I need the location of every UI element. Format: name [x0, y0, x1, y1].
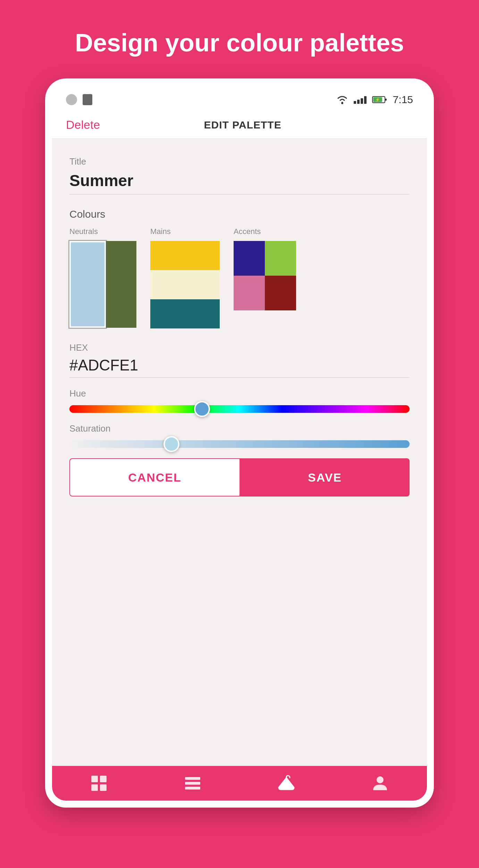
status-right: ⚡ 7:15	[336, 94, 413, 106]
accents-label: Accents	[234, 227, 296, 236]
sd-card-icon	[83, 94, 92, 105]
hue-label: Hue	[69, 388, 410, 399]
swatch-dark-red[interactable]	[265, 276, 296, 310]
cancel-button[interactable]: CANCEL	[69, 458, 240, 496]
svg-rect-2	[385, 99, 387, 101]
mains-group: Mains	[150, 227, 220, 328]
hue-slider-section: Hue	[69, 388, 410, 413]
page-title: Design your colour palettes	[61, 28, 418, 58]
saturation-track[interactable]	[69, 440, 410, 448]
neutrals-label: Neutrals	[69, 227, 136, 236]
hue-track[interactable]	[69, 405, 410, 413]
svg-rect-5	[91, 776, 98, 782]
delete-button[interactable]: Delete	[66, 118, 100, 132]
nav-hanger[interactable]	[277, 774, 295, 792]
nav-grid[interactable]	[90, 774, 108, 792]
svg-text:⚡: ⚡	[375, 97, 380, 102]
title-divider	[69, 194, 410, 194]
profile-icon	[371, 774, 389, 792]
svg-rect-9	[185, 777, 200, 780]
title-label: Title	[69, 156, 410, 167]
svg-point-12	[377, 776, 384, 783]
swatch-olive[interactable]	[106, 241, 136, 328]
swatch-yellow[interactable]	[150, 241, 220, 270]
svg-rect-7	[91, 784, 98, 791]
battery-icon: ⚡	[372, 95, 387, 104]
hex-value: #ADCFE1	[69, 357, 410, 374]
colour-groups: Neutrals Mains Accents	[69, 227, 410, 328]
main-content: Title Summer Colours Neutrals Mains	[52, 139, 427, 766]
swatch-indigo[interactable]	[234, 241, 265, 276]
swatch-lime[interactable]	[265, 241, 296, 276]
swatch-light-blue[interactable]	[69, 241, 106, 328]
nav-palette[interactable]	[184, 774, 202, 792]
saturation-thumb[interactable]	[163, 436, 179, 452]
notification-dot	[66, 94, 77, 105]
hue-thumb[interactable]	[194, 401, 210, 417]
status-bar: ⚡ 7:15	[52, 85, 427, 111]
svg-rect-6	[100, 776, 107, 782]
phone-frame: ⚡ 7:15 Delete EDIT PALETTE Title Summer …	[45, 78, 434, 808]
svg-rect-8	[100, 784, 107, 791]
hanger-icon	[277, 774, 295, 792]
hex-section: HEX #ADCFE1	[69, 342, 410, 378]
neutrals-swatches	[69, 241, 136, 328]
save-button[interactable]: SAVE	[240, 458, 410, 496]
hex-label: HEX	[69, 342, 410, 353]
bottom-nav	[52, 766, 427, 801]
action-buttons: CANCEL SAVE	[69, 458, 410, 496]
status-left	[66, 94, 92, 105]
mains-label: Mains	[150, 227, 220, 236]
grid-icon	[90, 774, 108, 792]
wifi-icon	[336, 95, 348, 105]
palette-icon	[184, 774, 202, 792]
swatch-pink[interactable]	[234, 276, 265, 310]
mains-swatches	[150, 241, 220, 328]
saturation-slider-section: Saturation	[69, 423, 410, 448]
saturation-label: Saturation	[69, 423, 410, 434]
svg-rect-10	[185, 782, 200, 785]
accents-group: Accents	[234, 227, 296, 328]
signal-icon	[354, 95, 367, 104]
svg-rect-11	[185, 787, 200, 790]
top-nav: Delete EDIT PALETTE	[52, 111, 427, 139]
nav-title: EDIT PALETTE	[100, 119, 385, 131]
colours-label: Colours	[69, 208, 410, 220]
swatch-teal[interactable]	[150, 299, 220, 328]
status-time: 7:15	[393, 94, 413, 106]
neutrals-group: Neutrals	[69, 227, 136, 328]
hex-divider	[69, 377, 410, 378]
title-value: Summer	[69, 171, 410, 190]
nav-profile[interactable]	[371, 774, 389, 792]
accents-swatches	[234, 241, 296, 310]
swatch-cream[interactable]	[150, 270, 220, 299]
svg-point-0	[341, 102, 343, 104]
